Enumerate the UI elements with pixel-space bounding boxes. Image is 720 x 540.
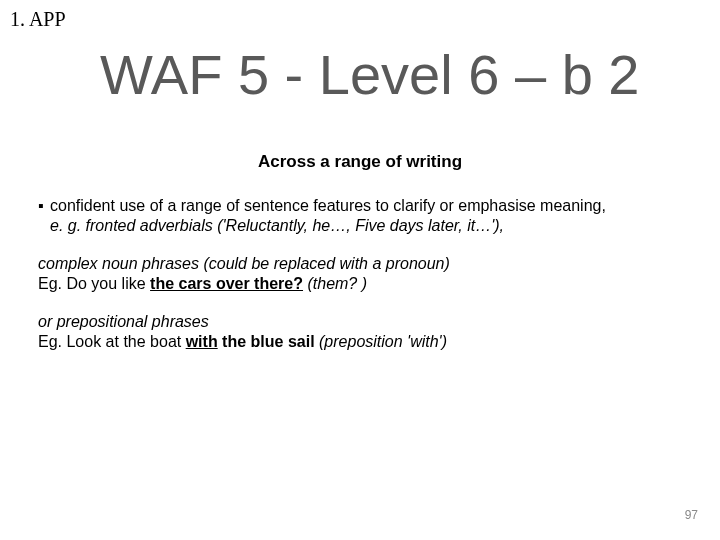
bullet-item: ▪ confident use of a range of sentence f… [38,196,680,236]
p2-line1: complex noun phrases (could be replaced … [38,255,450,272]
p3-eg-rest: the blue sail [218,333,315,350]
p2-eg-suffix: (them? ) [303,275,367,292]
slide-subtitle: Across a range of writing [0,152,720,172]
page-number: 97 [685,508,698,522]
p3-eg-with: with [186,333,218,350]
p3-eg-suffix: (preposition 'with') [315,333,447,350]
bullet-text: confident use of a range of sentence fea… [50,196,680,236]
p2-eg-bold: the cars over there? [150,275,303,292]
p2-eg-prefix: Eg. Do you like [38,275,150,292]
p3-example: Eg. Look at the boat with the blue sail … [38,333,447,350]
slide-title: WAF 5 - Level 6 – b 2 [100,42,640,107]
p1-lead: confident use of a range of sentence fea… [50,197,606,214]
paragraph-3: or prepositional phrases Eg. Look at the… [38,312,680,352]
p1-example: e. g. fronted adverbials ('Reluctantly, … [50,217,504,234]
p2-example: Eg. Do you like the cars over there? (th… [38,275,367,292]
paragraph-2: complex noun phrases (could be replaced … [38,254,680,294]
p3-line1: or prepositional phrases [38,313,209,330]
body-content: ▪ confident use of a range of sentence f… [38,196,680,352]
bullet-icon: ▪ [38,196,50,216]
section-header: 1. APP [10,8,66,31]
p3-eg-prefix: Eg. Look at the boat [38,333,186,350]
